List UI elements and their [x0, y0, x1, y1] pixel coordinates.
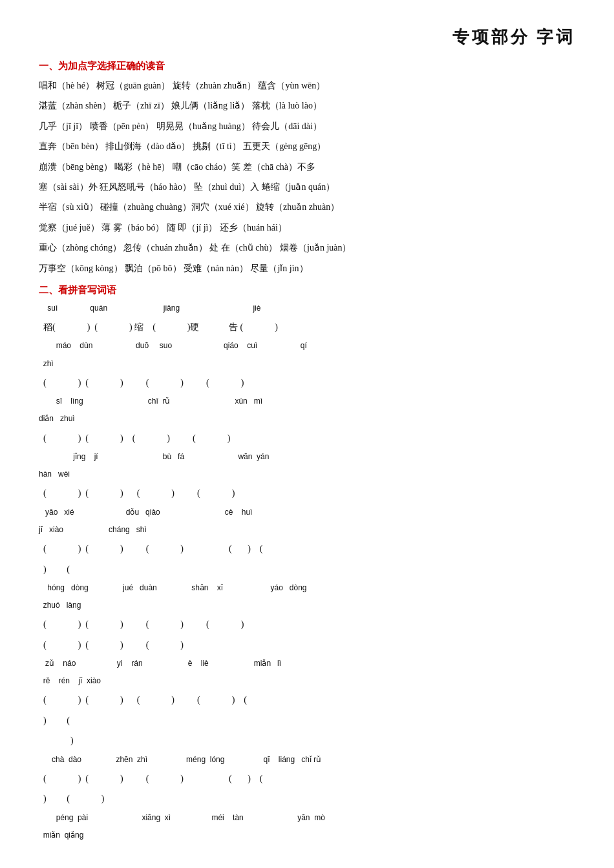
- section1-line: 直奔（bēn bèn） 排山倒海（dào dǎo） 挑剔（tī tì） 五更天（…: [39, 137, 575, 156]
- section2-line: hóng dòng jué duàn shǎn xī yáo dòng: [39, 580, 575, 596]
- section1-line: 塞（sài sài）外 狂风怒吼号（háo hào） 坠（zhuì duì）入 …: [39, 178, 575, 196]
- section2-line: ( ) ( ) ( ) ( ): [39, 484, 575, 502]
- section2-line: ) (: [39, 560, 575, 579]
- section1-line: 半宿（sù xiǔ） 碰撞（zhuàng chuàng）洞穴（xué xié） …: [39, 198, 575, 216]
- section2-line: máo dùn duō suo qiáo cuì qí: [39, 338, 575, 354]
- section1-line: 湛蓝（zhàn shèn） 栀子（zhī zī） 娘儿俩（liǎng liǎ） …: [39, 96, 575, 115]
- section1-line: 万事空（kōng kòng） 飘泊（pō bō） 受难（nán nàn） 尽量（…: [39, 259, 575, 278]
- section2-line: ( ) ( ) ( ) ( ): [39, 373, 575, 392]
- section1-line: 重心（zhòng chóng） 忽传（chuán zhuǎn） 处 在（chǔ …: [39, 238, 575, 257]
- section2-line: hàn wèi: [39, 466, 575, 482]
- section2-line: ( ) ( ) ( ) ( ): [39, 615, 575, 634]
- section1: 一、为加点字选择正确的读音 唱和（hè hé） 树冠（guān guàn） 旋转…: [39, 60, 575, 278]
- section2-line: zhì: [39, 356, 575, 372]
- section2-line: ) (: [39, 711, 575, 730]
- section2-line: jī xiào cháng shì: [39, 522, 575, 538]
- section2-line: suì quán jiāng jiè: [39, 300, 575, 316]
- section2-line: ): [39, 731, 575, 750]
- section2-line: miǎn qiǎng: [39, 827, 575, 843]
- section2-line: yāo xié dǒu qiào cè huì: [39, 504, 575, 521]
- page-title: 专项部分 字词: [39, 26, 575, 48]
- section2-line: ( ) ( ) ( ) ( ) (: [39, 539, 575, 558]
- section1-content: 唱和（hè hé） 树冠（guān guàn） 旋转（zhuàn zhuǎn） …: [39, 76, 575, 278]
- section2-line: 稻( ) ( ) 缩 ( )硬 告 ( ): [39, 318, 575, 336]
- section2-line: sī lìng chī rǔ xún mì: [39, 393, 575, 409]
- section1-heading: 一、为加点字选择正确的读音: [39, 60, 575, 72]
- section2-line: diǎn zhuì: [39, 411, 575, 427]
- section2-line: ( ) ( ) ( ) ( ) (: [39, 769, 575, 788]
- section2-line: ( ) ( ) ( ) ( ) (: [39, 690, 575, 709]
- section2-heading: 二、看拼音写词语: [39, 284, 575, 296]
- section1-line: 唱和（hè hé） 树冠（guān guàn） 旋转（zhuàn zhuǎn） …: [39, 76, 575, 95]
- section2-content: suì quán jiāng jiè 稻( ) ( ) 缩 ( )硬 告 ( )…: [39, 300, 575, 843]
- section2-line: ( ) ( ) ( ) ( ): [39, 429, 575, 448]
- section2-line: ) ( ): [39, 789, 575, 808]
- section2-line: zhuó làng: [39, 597, 575, 614]
- section2-line: ( ) ( ) ( ): [39, 636, 575, 654]
- section1-line: 觉察（jué juě） 薄 雾（báo bó） 随 即（jí jì） 还乡（hu…: [39, 218, 575, 237]
- section2-line: zǔ náo yì rán è liè miǎn lì: [39, 656, 575, 672]
- section1-line: 几乎（jī jī） 喷香（pēn pèn） 明晃晃（huǎng huàng） 待…: [39, 117, 575, 136]
- section2-line: jǐng jí bù fá wān yán: [39, 449, 575, 465]
- section2-line: chà dào zhēn zhì méng lóng qī liáng chǐ …: [39, 752, 575, 768]
- section1-line: 崩溃（bēng bèng） 喝彩（hè hē） 嘲（cāo cháo）笑 差（c…: [39, 158, 575, 176]
- section2: 二、看拼音写词语 suì quán jiāng jiè 稻( ) ( ) 缩 (…: [39, 284, 575, 843]
- section2-line: rě rén jī xiào: [39, 673, 575, 689]
- section2-line: péng pài xiāng xì méi tàn yān mò: [39, 810, 575, 826]
